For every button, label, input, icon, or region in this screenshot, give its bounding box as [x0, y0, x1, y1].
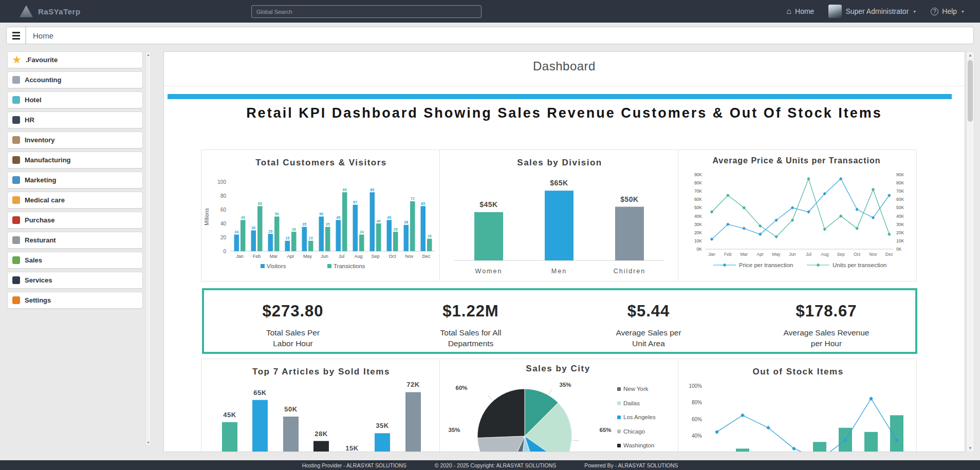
help-menu[interactable]: ? Help ▼ — [931, 7, 965, 15]
scroll-down-icon[interactable]: ▼ — [967, 446, 974, 450]
sidebar-item-label: Manufacturing — [25, 156, 71, 164]
svg-text:50K: 50K — [284, 405, 297, 413]
svg-text:30K: 30K — [694, 222, 702, 227]
sidebar-item-marketing[interactable]: Marketing — [7, 172, 143, 189]
footer-hosting: Hosting Provider - ALRASYAT SOLUTIONS — [302, 462, 406, 468]
svg-text:40: 40 — [377, 219, 381, 223]
svg-text:Transictions: Transictions — [334, 263, 365, 269]
dashboard-accent-bar — [168, 94, 952, 99]
svg-text:50: 50 — [319, 212, 323, 216]
chart-sales-by-city: Sales by City35%65%35%60%New YorkDailasL… — [439, 359, 678, 452]
sidebar-item-label: Sales — [25, 256, 42, 264]
scroll-down-icon[interactable]: ▼ — [146, 441, 150, 444]
sidebar-item-label: Inventory — [25, 136, 55, 144]
svg-text:Chicago: Chicago — [623, 428, 645, 435]
svg-text:Aug: Aug — [354, 254, 362, 259]
svg-text:50K: 50K — [694, 205, 702, 210]
sidebar-item-inventory[interactable]: Inventory — [7, 131, 143, 148]
sidebar-scrollbar[interactable]: ▲ ▼ — [145, 51, 151, 446]
svg-text:85: 85 — [370, 188, 374, 192]
breadcrumb: Home — [33, 31, 53, 40]
sidebar-item-accounting[interactable]: Accounting — [7, 71, 143, 88]
chart-sales-by-division-canvas: Sales by Division$45KWomen$65KMen$50KChi… — [440, 150, 677, 281]
svg-text:50K: 50K — [896, 205, 904, 210]
svg-text:0: 0 — [223, 249, 226, 254]
nav-home-link[interactable]: ⌂ Home — [786, 7, 814, 15]
svg-text:67: 67 — [353, 200, 357, 204]
svg-text:Los Angeles: Los Angeles — [623, 414, 656, 420]
kpi-value: $178.67 — [737, 302, 915, 321]
svg-text:72K: 72K — [406, 381, 419, 388]
charts-row-top: Total Customers & VisitorsMillions020406… — [201, 149, 918, 282]
sidebar-item-services[interactable]: Services — [7, 272, 143, 289]
chart-average-price-units-canvas: Average Price & Units per Transaction0K0… — [678, 150, 915, 281]
scroll-up-icon[interactable]: ▲ — [146, 53, 150, 57]
dashboard-title: Retail KPI Dashboard Showing Sales Reven… — [164, 105, 965, 121]
svg-text:90K: 90K — [694, 172, 702, 177]
svg-text:30K: 30K — [896, 222, 904, 227]
svg-text:Feb: Feb — [724, 252, 732, 257]
svg-text:Top 7 Articles by Sold Items: Top 7 Articles by Sold Items — [252, 367, 390, 377]
svg-text:May: May — [303, 254, 312, 259]
sidebar-item-label: Settings — [25, 296, 51, 304]
scroll-up-icon[interactable]: ▲ — [967, 53, 974, 58]
manufacturing-icon — [12, 156, 20, 164]
svg-text:70K: 70K — [896, 189, 904, 194]
sidebar-item-resturant[interactable]: Resturant — [7, 232, 143, 249]
sidebar-item-label: Marketing — [25, 176, 56, 184]
svg-text:60K: 60K — [694, 197, 702, 202]
sidebar-item-hr[interactable]: HR — [7, 111, 143, 128]
sidebar-toggle-button[interactable] — [7, 27, 25, 44]
svg-text:65: 65 — [421, 202, 425, 205]
brand-name: RaSYaTerp — [38, 7, 81, 16]
medical-care-icon — [12, 196, 20, 204]
svg-text:70K: 70K — [694, 189, 702, 194]
sidebar-item-favourite[interactable]: .Favourite — [7, 51, 143, 68]
title-divider — [164, 86, 965, 86]
svg-text:May: May — [772, 252, 781, 257]
user-name: Super Administrator — [845, 7, 909, 15]
svg-text:18: 18 — [428, 234, 432, 238]
global-search-input[interactable] — [251, 5, 482, 18]
svg-text:Jan: Jan — [708, 252, 715, 257]
sidebar-item-sales[interactable]: Sales — [7, 252, 143, 269]
svg-text:Mar: Mar — [740, 252, 748, 257]
inventory-icon — [12, 136, 20, 144]
svg-text:Apr: Apr — [287, 254, 294, 259]
user-menu[interactable]: Super Administrator ▼ — [828, 5, 916, 18]
svg-text:Out of Stock Items: Out of Stock Items — [752, 367, 843, 377]
sidebar-item-label: Hotel — [25, 96, 42, 104]
chart-out-of-stock: Out of Stock Items40%60%80%100% — [678, 359, 917, 452]
chevron-down-icon: ▼ — [961, 10, 965, 13]
svg-text:Aug: Aug — [821, 252, 828, 257]
page-title: Dashboard — [164, 59, 965, 73]
help-label: Help — [942, 7, 957, 15]
svg-text:35: 35 — [302, 222, 306, 226]
sidebar-item-purchase[interactable]: Purchase — [7, 212, 143, 229]
sidebar-item-medical-care[interactable]: Medical care — [7, 192, 143, 209]
svg-text:Children: Children — [614, 268, 646, 275]
svg-text:Women: Women — [475, 268, 503, 275]
brand[interactable]: RaSYaTerp — [20, 0, 81, 23]
svg-text:100: 100 — [217, 179, 226, 185]
svg-text:0K: 0K — [697, 247, 702, 252]
svg-text:35%: 35% — [448, 427, 460, 433]
chart-sales-by-city-canvas: Sales by City35%65%35%60%New YorkDailasL… — [440, 359, 677, 452]
svg-text:35K: 35K — [376, 422, 389, 429]
svg-text:50: 50 — [275, 212, 279, 216]
svg-text:45: 45 — [387, 216, 391, 219]
main-scrollbar[interactable]: ▲ ▼ — [966, 51, 974, 452]
sidebar-item-hotel[interactable]: Hotel — [7, 91, 143, 108]
svg-text:80K: 80K — [896, 180, 904, 185]
svg-text:Jul: Jul — [806, 252, 811, 257]
scrollbar-thumb[interactable] — [968, 60, 973, 122]
sidebar-item-label: Resturant — [25, 236, 56, 244]
sidebar-item-manufacturing[interactable]: Manufacturing — [7, 152, 143, 168]
charts-row-bottom: Top 7 Articles by Sold Items45K65K50K28K… — [201, 359, 918, 452]
chart-top7-articles-canvas: Top 7 Articles by Sold Items45K65K50K28K… — [201, 359, 438, 452]
svg-text:35%: 35% — [559, 382, 571, 388]
sidebar-item-settings[interactable]: Settings — [7, 292, 143, 309]
svg-text:10K: 10K — [896, 238, 904, 243]
svg-text:Visitors: Visitors — [267, 263, 286, 269]
svg-text:Nov: Nov — [869, 252, 877, 257]
